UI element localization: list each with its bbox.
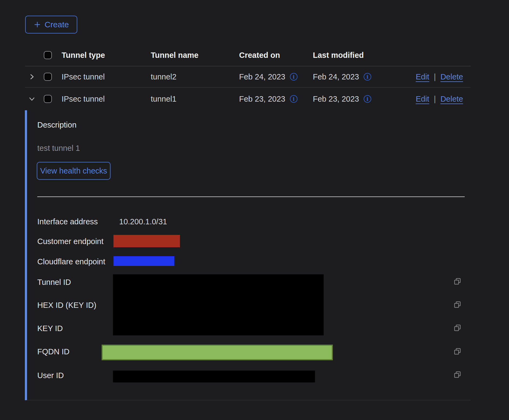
- view-health-checks-button[interactable]: View health checks: [37, 162, 110, 180]
- last-modified-cell: Feb 23, 2023: [313, 95, 359, 104]
- section-divider: [37, 196, 465, 197]
- create-button[interactable]: Create: [25, 16, 77, 34]
- copy-icon[interactable]: [453, 371, 461, 379]
- created-on-cell: Feb 24, 2023: [239, 72, 285, 81]
- user-id-label: User ID: [37, 371, 64, 380]
- fqdn-id-label: FQDN ID: [37, 347, 69, 356]
- tunnel-type-cell: IPsec tunnel: [62, 95, 151, 104]
- interface-address-value: 10.200.1.0/31: [119, 217, 167, 226]
- interface-address-label: Interface address: [37, 217, 98, 226]
- description-value: test tunnel 1: [37, 144, 80, 153]
- last-modified-cell: Feb 24, 2023: [313, 72, 359, 81]
- ids-redacted-value: [113, 274, 324, 335]
- select-all-checkbox[interactable]: [44, 51, 52, 59]
- tunnels-page: Create Tunnel type Tunnel name Created o…: [0, 0, 509, 420]
- chevron-down-icon[interactable]: [28, 95, 36, 103]
- edit-link[interactable]: Edit: [416, 72, 429, 81]
- fqdn-id-redacted-value: [102, 345, 333, 360]
- copy-icon[interactable]: [453, 347, 461, 355]
- table-row: IPsec tunnel tunnel1 Feb 23, 2023 Feb 23…: [25, 88, 471, 110]
- copy-icon[interactable]: [453, 324, 461, 332]
- hex-id-label: HEX ID (KEY ID): [37, 301, 96, 310]
- delete-link[interactable]: Delete: [440, 72, 463, 81]
- customer-endpoint-redacted-value: [113, 235, 180, 247]
- plus-icon: [34, 21, 41, 28]
- row-checkbox[interactable]: [44, 95, 52, 103]
- header-last-modified: Last modified: [313, 51, 387, 60]
- info-icon[interactable]: [290, 73, 297, 81]
- action-separator: |: [434, 95, 436, 104]
- tunnel-name-cell: tunnel1: [151, 95, 239, 104]
- header-tunnel-name: Tunnel name: [151, 51, 239, 60]
- key-id-label: KEY ID: [37, 324, 63, 333]
- delete-link[interactable]: Delete: [440, 95, 463, 104]
- action-separator: |: [434, 72, 436, 81]
- row-checkbox[interactable]: [44, 73, 52, 81]
- create-button-label: Create: [45, 20, 69, 29]
- cloudflare-endpoint-redacted-value: [113, 256, 174, 266]
- cloudflare-endpoint-label: Cloudflare endpoint: [37, 257, 105, 266]
- info-icon[interactable]: [290, 95, 297, 103]
- tunnel-type-cell: IPsec tunnel: [62, 72, 151, 81]
- tunnel-id-label: Tunnel ID: [37, 278, 71, 287]
- customer-endpoint-label: Customer endpoint: [37, 237, 103, 246]
- tunnel-detail-panel: Description test tunnel 1 View health ch…: [25, 110, 471, 400]
- tunnels-table: Tunnel type Tunnel name Created on Last …: [25, 44, 471, 400]
- info-icon[interactable]: [364, 95, 371, 103]
- chevron-right-icon[interactable]: [28, 73, 36, 81]
- header-tunnel-type: Tunnel type: [62, 51, 151, 60]
- table-row: IPsec tunnel tunnel2 Feb 24, 2023 Feb 24…: [25, 66, 471, 88]
- description-label: Description: [37, 121, 76, 129]
- copy-icon[interactable]: [453, 277, 461, 285]
- table-row-expanded-block: IPsec tunnel tunnel1 Feb 23, 2023 Feb 23…: [25, 88, 471, 400]
- info-icon[interactable]: [364, 73, 371, 81]
- copy-icon[interactable]: [453, 301, 461, 309]
- tunnel-name-cell: tunnel2: [151, 72, 239, 81]
- created-on-cell: Feb 23, 2023: [239, 95, 285, 104]
- header-created-on: Created on: [239, 51, 313, 60]
- user-id-redacted-value: [113, 371, 315, 382]
- edit-link[interactable]: Edit: [416, 95, 429, 104]
- table-header-row: Tunnel type Tunnel name Created on Last …: [25, 44, 471, 66]
